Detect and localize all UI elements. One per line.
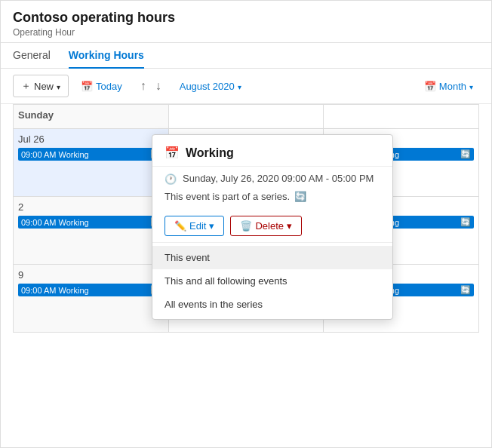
new-label: New	[34, 81, 54, 92]
cal-cell-9: 9 09:00 AM Working 🔄	[14, 265, 169, 333]
event-text: 09:00 AM Working	[21, 286, 147, 295]
popup-title-text: Working	[186, 146, 234, 160]
col-header-3	[324, 105, 479, 129]
cal-cell-jul26: Jul 26 09:00 AM Working 🔄	[14, 129, 169, 197]
calendar-area: Sunday Jul 26 09:00 AM Working 🔄 27 09:0…	[1, 104, 491, 333]
popup-header: 📅 Working	[152, 135, 392, 167]
today-label: Today	[96, 81, 122, 92]
app-title: Contoso operating hours	[13, 10, 479, 26]
nav-arrows: ↑ ↓	[137, 76, 165, 96]
popup-actions: ✏️ Edit ▾ 🗑️ Delete ▾	[152, 210, 392, 243]
trash-icon: 🗑️	[240, 220, 252, 232]
tabs-bar: General Working Hours	[1, 43, 491, 69]
event-text: 09:00 AM Working	[21, 150, 147, 159]
edit-button[interactable]: ✏️ Edit ▾	[165, 216, 224, 236]
date-picker-button[interactable]: August 2020	[174, 77, 248, 96]
popup-menu: This event This and all following events…	[152, 243, 392, 319]
new-button[interactable]: ＋ New	[13, 75, 69, 97]
today-button[interactable]: 📅 Today	[75, 77, 128, 96]
app-header: Contoso operating hours Operating Hour	[1, 1, 491, 43]
menu-item-all[interactable]: All events in the series	[152, 293, 392, 316]
new-chevron-icon	[57, 81, 60, 92]
day-number: Jul 26	[18, 133, 164, 145]
cal-event[interactable]: 09:00 AM Working 🔄	[18, 216, 164, 229]
calendar-icon: 📅	[81, 81, 93, 92]
cal-event[interactable]: 09:00 AM Working 🔄	[18, 148, 164, 161]
popup-datetime: 🕐 Sunday, July 26, 2020 09:00 AM - 05:00…	[152, 167, 392, 188]
menu-item-following[interactable]: This and all following events	[152, 269, 392, 293]
event-popup: 📅 Working 🕐 Sunday, July 26, 2020 09:00 …	[152, 134, 393, 320]
cal-cell-2: 2 09:00 AM Working 🔄	[14, 197, 169, 265]
cal-event[interactable]: 09:00 AM Working 🔄	[18, 284, 164, 296]
recurrence-icon: 🔄	[460, 217, 471, 227]
edit-icon: ✏️	[174, 220, 186, 232]
delete-label: Delete	[255, 220, 284, 232]
menu-item-this-event[interactable]: This event	[152, 246, 392, 269]
tab-general[interactable]: General	[13, 43, 51, 69]
col-header-2	[169, 105, 324, 129]
popup-datetime-text: Sunday, July 26, 2020 09:00 AM - 05:00 P…	[183, 173, 374, 184]
month-chevron-icon	[469, 81, 473, 92]
recurrence-icon: 🔄	[460, 285, 471, 295]
day-number: 9	[18, 269, 164, 281]
series-recurrence-icon: 🔄	[294, 191, 306, 202]
tab-working-hours[interactable]: Working Hours	[69, 43, 144, 69]
app-subtitle: Operating Hour	[13, 27, 479, 38]
col-header-sunday: Sunday	[14, 105, 169, 129]
plus-icon: ＋	[21, 79, 31, 93]
date-chevron-icon	[238, 81, 241, 92]
recurrence-icon: 🔄	[460, 149, 471, 159]
day-number: 2	[18, 201, 164, 213]
date-label: August 2020	[180, 81, 235, 92]
popup-series: This event is part of a series. 🔄	[152, 188, 392, 210]
nav-up-button[interactable]: ↑	[137, 76, 149, 96]
month-view-button[interactable]: 📅 Month	[418, 77, 479, 96]
delete-button[interactable]: 🗑️ Delete ▾	[230, 216, 302, 236]
delete-chevron-icon: ▾	[287, 220, 292, 232]
popup-title: 📅 Working	[165, 146, 380, 160]
clock-icon: 🕐	[165, 173, 177, 185]
month-calendar-icon: 📅	[424, 81, 436, 92]
popup-series-text: This event is part of a series.	[165, 191, 290, 202]
event-text: 09:00 AM Working	[21, 218, 147, 227]
edit-label: Edit	[189, 220, 206, 232]
edit-chevron-icon: ▾	[209, 220, 214, 232]
popup-cal-icon: 📅	[165, 146, 180, 160]
calendar-toolbar: ＋ New 📅 Today ↑ ↓ August 2020 📅 Month	[1, 69, 491, 104]
month-label: Month	[439, 81, 466, 92]
nav-down-button[interactable]: ↓	[152, 76, 165, 96]
